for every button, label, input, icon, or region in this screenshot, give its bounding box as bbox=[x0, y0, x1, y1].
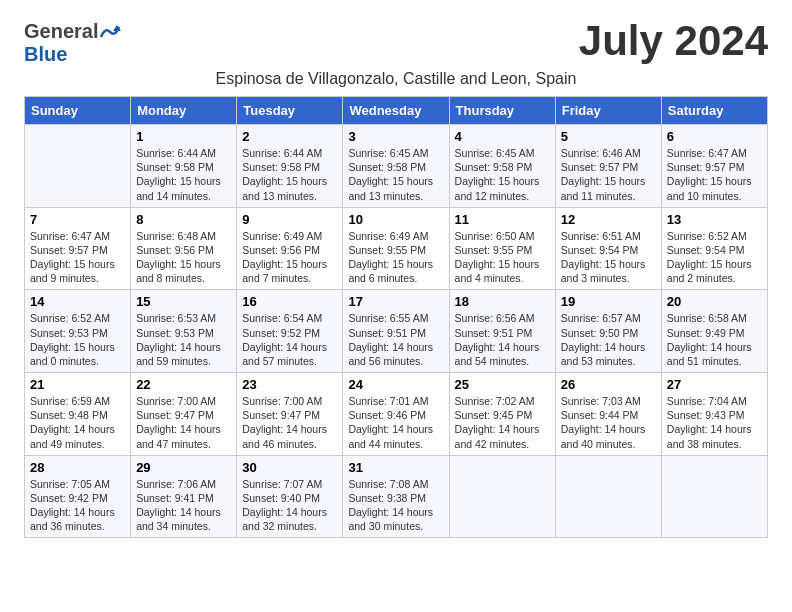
calendar-cell: 11Sunrise: 6:50 AMSunset: 9:55 PMDayligh… bbox=[449, 207, 555, 290]
day-info: Sunrise: 7:07 AMSunset: 9:40 PMDaylight:… bbox=[242, 477, 337, 534]
day-info: Sunrise: 7:03 AMSunset: 9:44 PMDaylight:… bbox=[561, 394, 656, 451]
week-row-3: 14Sunrise: 6:52 AMSunset: 9:53 PMDayligh… bbox=[25, 290, 768, 373]
calendar-cell: 9Sunrise: 6:49 AMSunset: 9:56 PMDaylight… bbox=[237, 207, 343, 290]
day-info: Sunrise: 6:55 AMSunset: 9:51 PMDaylight:… bbox=[348, 311, 443, 368]
day-number: 30 bbox=[242, 460, 337, 475]
calendar-cell: 14Sunrise: 6:52 AMSunset: 9:53 PMDayligh… bbox=[25, 290, 131, 373]
calendar-cell: 6Sunrise: 6:47 AMSunset: 9:57 PMDaylight… bbox=[661, 125, 767, 208]
calendar-cell: 7Sunrise: 6:47 AMSunset: 9:57 PMDaylight… bbox=[25, 207, 131, 290]
day-number: 23 bbox=[242, 377, 337, 392]
day-info: Sunrise: 6:48 AMSunset: 9:56 PMDaylight:… bbox=[136, 229, 231, 286]
calendar-cell: 23Sunrise: 7:00 AMSunset: 9:47 PMDayligh… bbox=[237, 373, 343, 456]
calendar-cell bbox=[555, 455, 661, 538]
day-number: 29 bbox=[136, 460, 231, 475]
day-info: Sunrise: 6:58 AMSunset: 9:49 PMDaylight:… bbox=[667, 311, 762, 368]
col-header-wednesday: Wednesday bbox=[343, 97, 449, 125]
calendar-cell: 29Sunrise: 7:06 AMSunset: 9:41 PMDayligh… bbox=[131, 455, 237, 538]
day-number: 7 bbox=[30, 212, 125, 227]
calendar-cell: 25Sunrise: 7:02 AMSunset: 9:45 PMDayligh… bbox=[449, 373, 555, 456]
logo-blue-text: Blue bbox=[24, 43, 67, 65]
day-info: Sunrise: 6:47 AMSunset: 9:57 PMDaylight:… bbox=[667, 146, 762, 203]
calendar-cell: 20Sunrise: 6:58 AMSunset: 9:49 PMDayligh… bbox=[661, 290, 767, 373]
day-number: 13 bbox=[667, 212, 762, 227]
day-info: Sunrise: 6:53 AMSunset: 9:53 PMDaylight:… bbox=[136, 311, 231, 368]
day-info: Sunrise: 6:47 AMSunset: 9:57 PMDaylight:… bbox=[30, 229, 125, 286]
calendar-table: SundayMondayTuesdayWednesdayThursdayFrid… bbox=[24, 96, 768, 538]
calendar-cell: 3Sunrise: 6:45 AMSunset: 9:58 PMDaylight… bbox=[343, 125, 449, 208]
day-number: 14 bbox=[30, 294, 125, 309]
calendar-cell: 18Sunrise: 6:56 AMSunset: 9:51 PMDayligh… bbox=[449, 290, 555, 373]
day-number: 8 bbox=[136, 212, 231, 227]
week-row-4: 21Sunrise: 6:59 AMSunset: 9:48 PMDayligh… bbox=[25, 373, 768, 456]
logo-icon bbox=[99, 23, 121, 41]
day-number: 25 bbox=[455, 377, 550, 392]
day-info: Sunrise: 6:57 AMSunset: 9:50 PMDaylight:… bbox=[561, 311, 656, 368]
calendar-cell: 19Sunrise: 6:57 AMSunset: 9:50 PMDayligh… bbox=[555, 290, 661, 373]
day-number: 18 bbox=[455, 294, 550, 309]
day-number: 9 bbox=[242, 212, 337, 227]
col-header-tuesday: Tuesday bbox=[237, 97, 343, 125]
day-info: Sunrise: 7:08 AMSunset: 9:38 PMDaylight:… bbox=[348, 477, 443, 534]
day-number: 20 bbox=[667, 294, 762, 309]
day-number: 28 bbox=[30, 460, 125, 475]
day-number: 6 bbox=[667, 129, 762, 144]
calendar-cell: 28Sunrise: 7:05 AMSunset: 9:42 PMDayligh… bbox=[25, 455, 131, 538]
day-info: Sunrise: 6:45 AMSunset: 9:58 PMDaylight:… bbox=[348, 146, 443, 203]
day-info: Sunrise: 6:50 AMSunset: 9:55 PMDaylight:… bbox=[455, 229, 550, 286]
day-info: Sunrise: 6:52 AMSunset: 9:54 PMDaylight:… bbox=[667, 229, 762, 286]
calendar-cell: 15Sunrise: 6:53 AMSunset: 9:53 PMDayligh… bbox=[131, 290, 237, 373]
calendar-cell bbox=[25, 125, 131, 208]
calendar-cell: 22Sunrise: 7:00 AMSunset: 9:47 PMDayligh… bbox=[131, 373, 237, 456]
week-row-5: 28Sunrise: 7:05 AMSunset: 9:42 PMDayligh… bbox=[25, 455, 768, 538]
day-info: Sunrise: 6:52 AMSunset: 9:53 PMDaylight:… bbox=[30, 311, 125, 368]
day-number: 11 bbox=[455, 212, 550, 227]
day-info: Sunrise: 7:00 AMSunset: 9:47 PMDaylight:… bbox=[242, 394, 337, 451]
day-number: 15 bbox=[136, 294, 231, 309]
day-info: Sunrise: 6:59 AMSunset: 9:48 PMDaylight:… bbox=[30, 394, 125, 451]
month-title: July 2024 bbox=[579, 20, 768, 62]
day-number: 4 bbox=[455, 129, 550, 144]
day-info: Sunrise: 6:49 AMSunset: 9:56 PMDaylight:… bbox=[242, 229, 337, 286]
calendar-cell: 8Sunrise: 6:48 AMSunset: 9:56 PMDaylight… bbox=[131, 207, 237, 290]
day-number: 22 bbox=[136, 377, 231, 392]
calendar-header-row: SundayMondayTuesdayWednesdayThursdayFrid… bbox=[25, 97, 768, 125]
day-number: 21 bbox=[30, 377, 125, 392]
calendar-cell: 26Sunrise: 7:03 AMSunset: 9:44 PMDayligh… bbox=[555, 373, 661, 456]
week-row-1: 1Sunrise: 6:44 AMSunset: 9:58 PMDaylight… bbox=[25, 125, 768, 208]
day-number: 24 bbox=[348, 377, 443, 392]
day-info: Sunrise: 6:49 AMSunset: 9:55 PMDaylight:… bbox=[348, 229, 443, 286]
calendar-cell: 21Sunrise: 6:59 AMSunset: 9:48 PMDayligh… bbox=[25, 373, 131, 456]
calendar-cell: 1Sunrise: 6:44 AMSunset: 9:58 PMDaylight… bbox=[131, 125, 237, 208]
col-header-saturday: Saturday bbox=[661, 97, 767, 125]
day-number: 31 bbox=[348, 460, 443, 475]
day-info: Sunrise: 7:01 AMSunset: 9:46 PMDaylight:… bbox=[348, 394, 443, 451]
day-number: 26 bbox=[561, 377, 656, 392]
day-info: Sunrise: 6:44 AMSunset: 9:58 PMDaylight:… bbox=[136, 146, 231, 203]
day-info: Sunrise: 6:56 AMSunset: 9:51 PMDaylight:… bbox=[455, 311, 550, 368]
day-number: 17 bbox=[348, 294, 443, 309]
day-info: Sunrise: 7:06 AMSunset: 9:41 PMDaylight:… bbox=[136, 477, 231, 534]
day-info: Sunrise: 6:44 AMSunset: 9:58 PMDaylight:… bbox=[242, 146, 337, 203]
day-number: 27 bbox=[667, 377, 762, 392]
calendar-cell: 12Sunrise: 6:51 AMSunset: 9:54 PMDayligh… bbox=[555, 207, 661, 290]
calendar-cell: 17Sunrise: 6:55 AMSunset: 9:51 PMDayligh… bbox=[343, 290, 449, 373]
calendar-cell: 10Sunrise: 6:49 AMSunset: 9:55 PMDayligh… bbox=[343, 207, 449, 290]
calendar-cell: 30Sunrise: 7:07 AMSunset: 9:40 PMDayligh… bbox=[237, 455, 343, 538]
calendar-cell: 13Sunrise: 6:52 AMSunset: 9:54 PMDayligh… bbox=[661, 207, 767, 290]
day-number: 5 bbox=[561, 129, 656, 144]
calendar-cell: 4Sunrise: 6:45 AMSunset: 9:58 PMDaylight… bbox=[449, 125, 555, 208]
day-number: 16 bbox=[242, 294, 337, 309]
day-info: Sunrise: 6:46 AMSunset: 9:57 PMDaylight:… bbox=[561, 146, 656, 203]
calendar-cell: 2Sunrise: 6:44 AMSunset: 9:58 PMDaylight… bbox=[237, 125, 343, 208]
day-number: 2 bbox=[242, 129, 337, 144]
day-info: Sunrise: 7:04 AMSunset: 9:43 PMDaylight:… bbox=[667, 394, 762, 451]
calendar-cell: 5Sunrise: 6:46 AMSunset: 9:57 PMDaylight… bbox=[555, 125, 661, 208]
col-header-sunday: Sunday bbox=[25, 97, 131, 125]
logo-general-text: General bbox=[24, 20, 98, 43]
calendar-cell bbox=[661, 455, 767, 538]
day-info: Sunrise: 7:02 AMSunset: 9:45 PMDaylight:… bbox=[455, 394, 550, 451]
calendar-cell: 27Sunrise: 7:04 AMSunset: 9:43 PMDayligh… bbox=[661, 373, 767, 456]
day-number: 1 bbox=[136, 129, 231, 144]
col-header-thursday: Thursday bbox=[449, 97, 555, 125]
logo: General Blue bbox=[24, 20, 121, 66]
